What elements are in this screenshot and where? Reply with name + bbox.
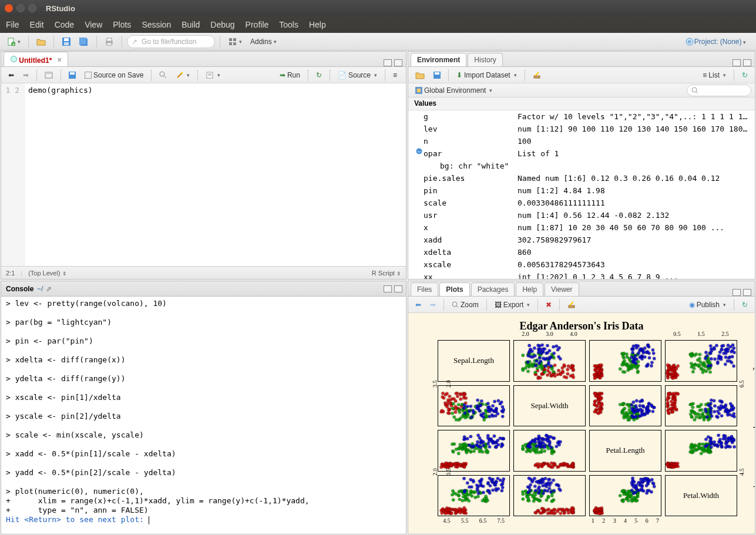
tab-history[interactable]: History <box>468 53 502 66</box>
refresh-env-button[interactable]: ↻ <box>738 69 751 81</box>
svg-line-37 <box>456 306 458 308</box>
project-menu[interactable]: RProject: (None) <box>682 35 752 48</box>
clear-all-plots-button[interactable] <box>564 299 579 311</box>
env-row[interactable]: pinnum [1:2] 4.84 1.98 <box>408 184 755 197</box>
env-scope-selector[interactable]: Global Environment <box>412 85 496 96</box>
tab-environment[interactable]: Environment <box>411 53 466 66</box>
tab-viewer[interactable]: Viewer <box>545 282 579 296</box>
find-button[interactable] <box>156 69 171 81</box>
compile-report-button[interactable] <box>202 69 224 81</box>
menu-profile[interactable]: Profile <box>246 20 269 29</box>
env-row[interactable]: xnum [1:87] 10 20 30 40 50 60 70 80 90 1… <box>408 221 755 234</box>
pane-minimize-button[interactable] <box>733 289 741 296</box>
menu-edit[interactable]: Edit <box>30 20 44 29</box>
pane-maximize-button[interactable] <box>743 289 751 296</box>
menu-plots[interactable]: Plots <box>113 20 131 29</box>
plot-next-button[interactable]: ➡ <box>426 299 439 311</box>
editor-body[interactable]: 1 2 demo(graphics) <box>1 83 406 266</box>
menu-debug[interactable]: Debug <box>210 20 234 29</box>
zoom-button[interactable]: Zoom <box>448 299 482 311</box>
tab-packages[interactable]: Packages <box>471 282 515 296</box>
plot-prev-button[interactable]: ⬅ <box>412 299 425 311</box>
menu-file[interactable]: File <box>6 20 19 29</box>
new-file-button[interactable]: + <box>4 35 23 48</box>
addins-dropdown[interactable]: Addins <box>247 35 280 48</box>
console-popout-icon[interactable]: ⇗ <box>46 285 52 293</box>
plots-tabs: Files Plots Packages Help Viewer <box>408 281 755 297</box>
menu-session[interactable]: Session <box>142 20 171 29</box>
env-row[interactable]: xdelta860 <box>408 246 755 258</box>
menu-tools[interactable]: Tools <box>279 20 298 29</box>
env-row[interactable]: gFactor w/ 10 levels "1","2","3","4",..:… <box>408 110 755 123</box>
tab-plots[interactable]: Plots <box>439 282 469 296</box>
show-in-new-window-button[interactable] <box>41 69 56 81</box>
pane-minimize-button[interactable] <box>733 59 741 66</box>
pane-maximize-button[interactable] <box>394 285 402 292</box>
source-tab-untitled[interactable]: Untitled1* × <box>4 52 68 67</box>
save-all-button[interactable] <box>76 35 92 48</box>
remove-plot-button[interactable]: ✖ <box>542 299 555 311</box>
save-workspace-button[interactable] <box>430 69 444 81</box>
env-scope-label: Global Environment <box>424 86 486 95</box>
save-source-button[interactable] <box>65 69 79 81</box>
env-search-input[interactable] <box>687 85 751 96</box>
load-workspace-button[interactable] <box>412 69 428 81</box>
open-file-button[interactable] <box>33 35 49 48</box>
env-row[interactable]: xadd302.758982979617 <box>408 234 755 246</box>
env-row[interactable]: usrnum [1:4] 0.56 12.44 -0.082 2.132 <box>408 209 755 221</box>
language-selector[interactable]: R Script ⇕ <box>372 270 401 277</box>
menu-build[interactable]: Build <box>182 20 200 29</box>
new-file-icon: + <box>6 37 16 46</box>
outline-button[interactable]: ≡ <box>389 69 402 81</box>
window-close-button[interactable] <box>5 4 13 12</box>
export-button[interactable]: 🖼 Export <box>491 299 534 311</box>
source-dropdown-button[interactable]: 📄Source <box>334 69 381 81</box>
publish-button[interactable]: ◉ Publish <box>686 299 730 311</box>
svg-point-35 <box>416 149 422 154</box>
menu-view[interactable]: View <box>85 20 102 29</box>
save-button[interactable] <box>59 35 74 48</box>
env-row[interactable]: pie.salesNamed num [1:6] 0.12 0.3 0.26 0… <box>408 172 755 184</box>
env-row[interactable]: n100 <box>408 135 755 147</box>
source-on-save-checkbox[interactable]: Source on Save <box>81 69 147 81</box>
pane-maximize-button[interactable] <box>394 59 402 66</box>
tab-close-button[interactable]: × <box>58 56 62 64</box>
window-maximize-button[interactable] <box>28 4 36 12</box>
pane-minimize-button[interactable] <box>384 285 392 292</box>
run-button[interactable]: ➡Run <box>276 69 304 81</box>
grid-button[interactable] <box>225 35 245 48</box>
forward-button[interactable]: ➡ <box>19 69 32 81</box>
env-row[interactable]: xxint [1:202] 0 1 2 3 4 5 6 7 8 9 ... <box>408 271 755 279</box>
wand-button[interactable] <box>173 69 193 81</box>
pairs-cell: Petal.Length <box>589 430 661 472</box>
scope-selector[interactable]: (Top Level) ⇕ <box>28 270 66 277</box>
env-row[interactable]: xscale0.00563178294573643 <box>408 258 755 271</box>
pane-minimize-button[interactable] <box>384 59 392 66</box>
env-row[interactable]: bg: chr "white" <box>408 160 755 172</box>
rerun-button[interactable]: ↻ <box>313 69 325 81</box>
menu-help[interactable]: Help <box>309 20 326 29</box>
pairs-cell <box>665 385 737 427</box>
window-minimize-button[interactable] <box>16 4 25 12</box>
env-tabs: Environment History <box>408 52 755 67</box>
back-button[interactable]: ⬅ <box>5 69 18 81</box>
editor-code[interactable]: demo(graphics) <box>25 83 406 266</box>
tab-help[interactable]: Help <box>516 282 543 296</box>
console-body[interactable]: > lev <- pretty(range(volcano), 10) > pa… <box>1 297 406 534</box>
env-row[interactable]: scale0.00330486111111111 <box>408 197 755 209</box>
tab-files[interactable]: Files <box>411 282 438 296</box>
axis-top: 2.03.04.0 0.51.52.5 <box>438 331 737 339</box>
tab-label: Untitled1* <box>19 56 52 64</box>
env-row[interactable]: oparList of 1 <box>408 147 755 160</box>
refresh-plot-button[interactable]: ↻ <box>738 299 751 311</box>
pane-maximize-button[interactable] <box>743 59 751 66</box>
menu-code[interactable]: Code <box>55 20 74 29</box>
view-mode-dropdown[interactable]: ≡ List <box>699 69 730 81</box>
floppy-icon <box>62 37 71 46</box>
clear-workspace-button[interactable] <box>529 69 545 81</box>
import-dataset-button[interactable]: ⬇Import Dataset <box>453 69 520 81</box>
env-row[interactable]: levnum [1:12] 90 100 110 120 130 140 150… <box>408 123 755 135</box>
svg-rect-34 <box>417 89 421 92</box>
print-button[interactable] <box>102 35 117 48</box>
goto-file-input[interactable]: ↗Go to file/function <box>127 35 215 48</box>
